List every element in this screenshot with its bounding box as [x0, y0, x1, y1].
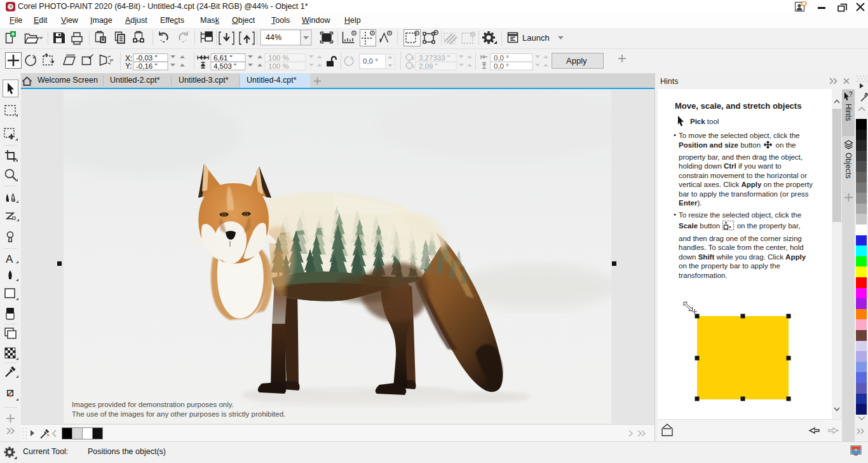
svg-text:Images provided for demonstrat: Images provided for demonstration purpos… — [72, 401, 234, 408]
svg-text:-0,03 ": -0,03 " — [136, 54, 158, 62]
svg-text:Y: Y — [412, 64, 415, 70]
svg-text:Apply: Apply — [566, 56, 587, 66]
svg-text:0,0 °: 0,0 ° — [494, 62, 509, 70]
svg-text:2,09 ": 2,09 " — [419, 62, 438, 70]
svg-text:?: ? — [849, 91, 853, 98]
svg-text:Y:: Y: — [125, 62, 132, 71]
svg-text:100 %: 100 % — [268, 54, 289, 62]
svg-text:3,27333 ": 3,27333 " — [419, 54, 450, 62]
svg-text:Launch: Launch — [522, 33, 550, 43]
svg-text:6,61 ": 6,61 " — [214, 54, 233, 62]
svg-text:P: P — [110, 58, 113, 64]
svg-text:x: x — [412, 55, 414, 61]
svg-text:The use of the images for any: The use of the images for any other purp… — [72, 410, 285, 418]
svg-text:0,0 °: 0,0 ° — [363, 57, 378, 65]
svg-text:-0,16 ": -0,16 " — [136, 62, 158, 70]
svg-text:A: A — [6, 253, 13, 265]
svg-text:4,503 ": 4,503 " — [214, 62, 236, 70]
svg-text:100 %: 100 % — [268, 62, 289, 70]
svg-text:44%: 44% — [266, 33, 281, 42]
svg-text:!: ! — [803, 2, 803, 6]
svg-text:0,0 °: 0,0 ° — [494, 54, 509, 62]
